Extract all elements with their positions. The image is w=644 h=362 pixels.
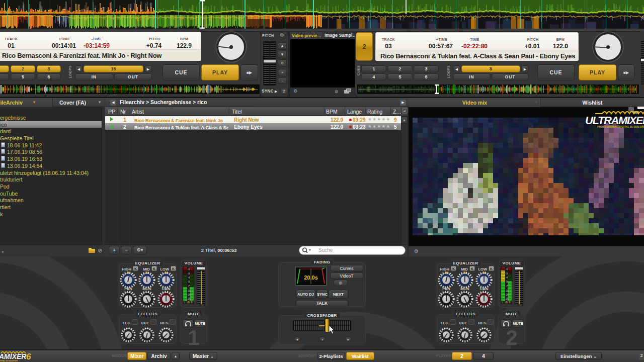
svg-text:ULTRAMIXER: ULTRAMIXER: [585, 114, 644, 127]
svg-text:20.0s: 20.0s: [304, 275, 318, 281]
svg-text:PROFESSIONAL DIGITAL DJ SOLUTI: PROFESSIONAL DIGITAL DJ SOLUTIONS: [597, 126, 644, 128]
svg-text:AMIXER: AMIXER: [0, 352, 27, 360]
svg-text:6: 6: [26, 352, 31, 361]
svg-text:GITAL DJ SOLUTION: GITAL DJ SOLUTION: [0, 360, 18, 362]
